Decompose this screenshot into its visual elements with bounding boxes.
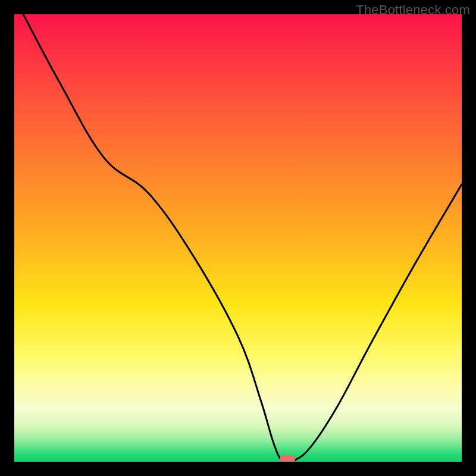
plot-area bbox=[14, 14, 462, 462]
chart-frame: TheBottleneck.com bbox=[0, 0, 476, 476]
watermark-text: TheBottleneck.com bbox=[356, 2, 470, 18]
bottleneck-curve bbox=[14, 14, 462, 462]
optimal-marker bbox=[280, 455, 295, 462]
